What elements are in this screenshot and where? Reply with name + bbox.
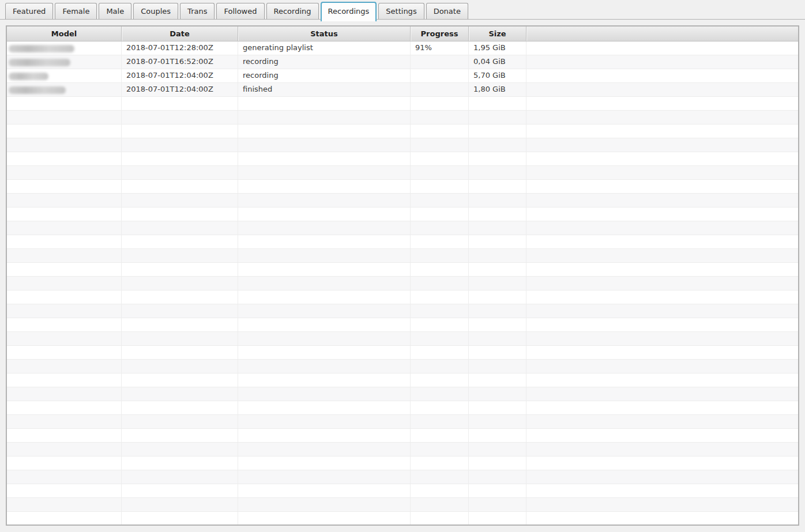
cell-filler bbox=[526, 277, 798, 290]
cell-filler bbox=[526, 429, 798, 442]
table-row[interactable]: 2018-07-01T12:28:00Z generating playlist… bbox=[7, 41, 798, 55]
table-row-empty[interactable] bbox=[7, 166, 798, 180]
table-row-empty[interactable] bbox=[7, 111, 798, 124]
cell-date bbox=[122, 290, 238, 304]
tab-couples[interactable]: Couples bbox=[133, 3, 178, 19]
table-row-empty[interactable] bbox=[7, 124, 798, 138]
column-header-progress[interactable]: Progress bbox=[411, 27, 469, 41]
cell-model bbox=[7, 221, 122, 235]
cell-model bbox=[7, 290, 122, 304]
cell-status bbox=[238, 429, 411, 442]
cell-size bbox=[469, 318, 526, 331]
table-row-empty[interactable] bbox=[7, 512, 798, 526]
cell-date bbox=[122, 166, 238, 179]
cell-progress bbox=[411, 456, 469, 470]
table-row-empty[interactable] bbox=[7, 484, 798, 498]
cell-progress bbox=[411, 124, 469, 138]
cell-status bbox=[238, 484, 411, 497]
cell-size bbox=[469, 166, 526, 179]
cell-model bbox=[7, 166, 122, 179]
cell-size bbox=[469, 290, 526, 304]
column-header-model[interactable]: Model bbox=[7, 27, 122, 41]
table-row-empty[interactable] bbox=[7, 360, 798, 373]
cell-size bbox=[469, 194, 526, 207]
cell-filler bbox=[526, 290, 798, 304]
table-row-empty[interactable] bbox=[7, 221, 798, 235]
tab-trans[interactable]: Trans bbox=[180, 3, 215, 19]
table-row-empty[interactable] bbox=[7, 249, 798, 263]
tab-recording[interactable]: Recording bbox=[266, 3, 319, 19]
cell-size bbox=[469, 304, 526, 318]
cell-filler bbox=[526, 41, 798, 55]
tab-male[interactable]: Male bbox=[99, 3, 131, 19]
table-row[interactable]: 2018-07-01T12:04:00Z recording 5,70 GiB bbox=[7, 69, 798, 83]
table-row-empty[interactable] bbox=[7, 346, 798, 360]
tab-featured[interactable]: Featured bbox=[5, 3, 53, 19]
column-header-status[interactable]: Status bbox=[238, 27, 411, 41]
table-row-empty[interactable] bbox=[7, 429, 798, 443]
table-row-empty[interactable] bbox=[7, 207, 798, 221]
cell-progress bbox=[411, 387, 469, 401]
table-row-empty[interactable] bbox=[7, 415, 798, 429]
cell-status bbox=[238, 124, 411, 138]
table-row-empty[interactable] bbox=[7, 318, 798, 332]
cell-date bbox=[122, 470, 238, 484]
tab-followed[interactable]: Followed bbox=[216, 3, 264, 19]
tab-settings[interactable]: Settings bbox=[378, 3, 424, 19]
cell-status: recording bbox=[238, 69, 411, 82]
cell-filler bbox=[526, 207, 798, 221]
table-row-empty[interactable] bbox=[7, 97, 798, 111]
cell-date bbox=[122, 263, 238, 276]
table-row-empty[interactable] bbox=[7, 332, 798, 346]
cell-progress bbox=[411, 373, 469, 387]
cell-model bbox=[7, 498, 122, 511]
cell-filler bbox=[526, 194, 798, 207]
tab-label: Couples bbox=[141, 7, 171, 16]
cell-size bbox=[469, 235, 526, 248]
column-header-size[interactable]: Size bbox=[469, 27, 526, 41]
cell-filler bbox=[526, 180, 798, 193]
tab-donate[interactable]: Donate bbox=[426, 3, 468, 19]
tab-label: Female bbox=[62, 7, 89, 16]
table-row-empty[interactable] bbox=[7, 304, 798, 318]
table-row-empty[interactable] bbox=[7, 152, 798, 166]
column-header-date[interactable]: Date bbox=[122, 27, 238, 41]
cell-date bbox=[122, 346, 238, 359]
cell-progress bbox=[411, 470, 469, 484]
cell-date bbox=[122, 194, 238, 207]
table-row[interactable]: 2018-07-01T12:04:00Z finished 1,80 GiB bbox=[7, 83, 798, 97]
table-row-empty[interactable] bbox=[7, 194, 798, 207]
cell-size bbox=[469, 207, 526, 221]
cell-progress bbox=[411, 277, 469, 290]
cell-date bbox=[122, 304, 238, 318]
table-row-empty[interactable] bbox=[7, 373, 798, 387]
column-header-filler[interactable] bbox=[526, 27, 798, 41]
table-row-empty[interactable] bbox=[7, 263, 798, 277]
cell-progress bbox=[411, 401, 469, 414]
table-row-empty[interactable] bbox=[7, 290, 798, 304]
cell-date bbox=[122, 138, 238, 152]
cell-model bbox=[7, 138, 122, 152]
cell-model bbox=[7, 346, 122, 359]
table-row-empty[interactable] bbox=[7, 498, 798, 512]
cell-filler bbox=[526, 470, 798, 484]
tab-recordings[interactable]: Recordings bbox=[321, 2, 377, 21]
table-row[interactable]: 2018-07-01T16:52:00Z recording 0,04 GiB bbox=[7, 55, 798, 69]
table-row-empty[interactable] bbox=[7, 235, 798, 249]
table-row-empty[interactable] bbox=[7, 138, 798, 152]
table-row-empty[interactable] bbox=[7, 401, 798, 415]
tab-female[interactable]: Female bbox=[55, 3, 97, 19]
table-row-empty[interactable] bbox=[7, 180, 798, 194]
cell-size bbox=[469, 180, 526, 193]
cell-progress bbox=[411, 207, 469, 221]
table-row-empty[interactable] bbox=[7, 387, 798, 401]
cell-size bbox=[469, 111, 526, 124]
cell-status bbox=[238, 221, 411, 235]
column-header-label: Progress bbox=[421, 29, 458, 38]
table-row-empty[interactable] bbox=[7, 470, 798, 484]
table-row-empty[interactable] bbox=[7, 443, 798, 456]
cell-size: 5,70 GiB bbox=[469, 69, 526, 82]
table-row-empty[interactable] bbox=[7, 456, 798, 470]
cell-date bbox=[122, 373, 238, 387]
table-row-empty[interactable] bbox=[7, 277, 798, 290]
